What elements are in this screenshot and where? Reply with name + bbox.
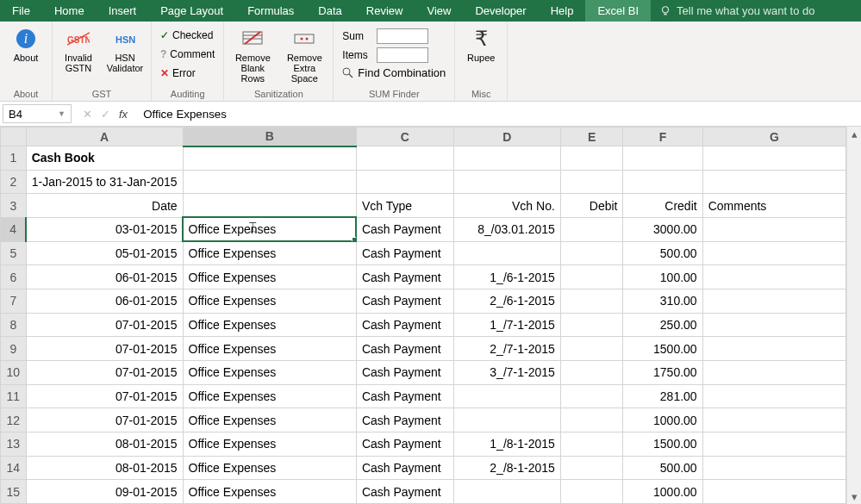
- cell[interactable]: [560, 337, 623, 361]
- about-button[interactable]: i About: [5, 25, 47, 65]
- row-header[interactable]: 12: [1, 408, 27, 432]
- cell[interactable]: Office Expenses: [183, 456, 356, 480]
- cell[interactable]: Cash Payment: [356, 456, 453, 480]
- cell[interactable]: [453, 241, 560, 265]
- cell[interactable]: Cash Payment: [356, 313, 453, 337]
- col-header-b[interactable]: B: [183, 128, 356, 146]
- formula-input[interactable]: [136, 104, 861, 123]
- row-header[interactable]: 7: [1, 289, 27, 313]
- tab-help[interactable]: Help: [539, 0, 586, 22]
- tab-insert[interactable]: Insert: [97, 0, 149, 22]
- cell[interactable]: [702, 480, 846, 504]
- cell[interactable]: 500.00: [623, 456, 702, 480]
- cell[interactable]: 1-Jan-2015 to 31-Jan-2015: [26, 170, 183, 194]
- cell[interactable]: 08-01-2015: [26, 456, 183, 480]
- cell[interactable]: [560, 241, 623, 265]
- cell[interactable]: [702, 289, 846, 313]
- cell[interactable]: [702, 241, 846, 265]
- scroll-down-icon[interactable]: ▾: [852, 489, 858, 504]
- cell[interactable]: Office Expenses: [183, 432, 356, 456]
- scroll-up-icon[interactable]: ▴: [852, 127, 858, 141]
- name-box[interactable]: B4 ▼: [3, 104, 72, 123]
- cell[interactable]: 3_/7-1-2015: [453, 360, 560, 384]
- tab-review[interactable]: Review: [354, 0, 415, 22]
- cell[interactable]: 2_/8-1-2015: [453, 456, 560, 480]
- tab-formulas[interactable]: Formulas: [235, 0, 306, 22]
- cell[interactable]: 310.00: [623, 289, 702, 313]
- row-header[interactable]: 6: [1, 265, 27, 289]
- row-header[interactable]: 10: [1, 360, 27, 384]
- cell[interactable]: Date: [26, 194, 183, 218]
- sum-input[interactable]: [377, 28, 428, 44]
- col-header-f[interactable]: F: [623, 128, 702, 146]
- cell[interactable]: Office Expenses: [183, 480, 356, 504]
- cell[interactable]: 500.00: [623, 241, 702, 265]
- cell[interactable]: [453, 384, 560, 408]
- cell[interactable]: [453, 408, 560, 432]
- error-button[interactable]: ✕Error: [160, 65, 215, 82]
- cell[interactable]: 06-01-2015: [26, 265, 183, 289]
- cell[interactable]: 2_/6-1-2015: [453, 289, 560, 313]
- cell[interactable]: Cash Book: [26, 146, 183, 171]
- cell[interactable]: [560, 360, 623, 384]
- cell[interactable]: [560, 480, 623, 504]
- cell[interactable]: 07-01-2015: [26, 337, 183, 361]
- cell[interactable]: Cash Payment: [356, 337, 453, 361]
- cell[interactable]: Office Expenses: [183, 337, 356, 361]
- cell[interactable]: 05-01-2015: [26, 241, 183, 265]
- cell[interactable]: 1000.00: [623, 408, 702, 432]
- cell[interactable]: Cash Payment: [356, 217, 453, 241]
- checked-button[interactable]: ✓Checked: [160, 27, 215, 44]
- cell[interactable]: [702, 146, 846, 171]
- cell[interactable]: [560, 313, 623, 337]
- cancel-formula-icon[interactable]: ✕: [83, 108, 92, 121]
- comment-button[interactable]: ?Comment: [160, 46, 215, 63]
- cell[interactable]: [183, 170, 356, 194]
- col-header-c[interactable]: C: [356, 128, 453, 146]
- cell[interactable]: Vch Type: [356, 194, 453, 218]
- cell[interactable]: [623, 146, 702, 171]
- cell[interactable]: 1000.00: [623, 480, 702, 504]
- invalid-gstn-button[interactable]: GSTN Invalid GSTN: [58, 25, 99, 75]
- cell[interactable]: 1500.00: [623, 432, 702, 456]
- fx-icon[interactable]: fx: [119, 108, 128, 121]
- col-header-d[interactable]: D: [453, 128, 560, 146]
- row-header[interactable]: 15: [1, 480, 27, 504]
- cell[interactable]: Office Expenses: [183, 408, 356, 432]
- cell[interactable]: [702, 337, 846, 361]
- row-header[interactable]: 1: [1, 146, 27, 171]
- row-header[interactable]: 5: [1, 241, 27, 265]
- tab-data[interactable]: Data: [306, 0, 353, 22]
- vertical-scrollbar[interactable]: ▴ ▾: [846, 127, 861, 504]
- enter-formula-icon[interactable]: ✓: [101, 108, 110, 121]
- cell[interactable]: 1500.00: [623, 337, 702, 361]
- rupee-button[interactable]: ₹ Rupee: [460, 25, 502, 65]
- find-combination-button[interactable]: Find Combination: [342, 66, 446, 79]
- cell[interactable]: Cash Payment: [356, 241, 453, 265]
- cell[interactable]: Cash Payment: [356, 480, 453, 504]
- tab-page-layout[interactable]: Page Layout: [148, 0, 235, 22]
- cell[interactable]: 07-01-2015: [26, 384, 183, 408]
- cell[interactable]: [702, 170, 846, 194]
- row-header[interactable]: 14: [1, 456, 27, 480]
- row-header[interactable]: 9: [1, 337, 27, 361]
- cell[interactable]: [560, 456, 623, 480]
- row-header[interactable]: 4: [1, 217, 27, 241]
- cell[interactable]: [560, 408, 623, 432]
- cell[interactable]: [702, 456, 846, 480]
- cell[interactable]: [453, 170, 560, 194]
- cell[interactable]: [702, 432, 846, 456]
- cell[interactable]: 07-01-2015: [26, 313, 183, 337]
- cell[interactable]: [560, 289, 623, 313]
- cell[interactable]: Office Expenses: [183, 265, 356, 289]
- tab-developer[interactable]: Developer: [463, 0, 538, 22]
- cell[interactable]: Office Expenses: [183, 384, 356, 408]
- cell[interactable]: [356, 170, 453, 194]
- cell[interactable]: 09-01-2015: [26, 480, 183, 504]
- cell[interactable]: [560, 432, 623, 456]
- remove-blank-rows-button[interactable]: Remove Blank Rows: [229, 25, 276, 85]
- cell[interactable]: 07-01-2015: [26, 360, 183, 384]
- cell[interactable]: Office Expenses: [183, 241, 356, 265]
- col-header-e[interactable]: E: [560, 128, 623, 146]
- cell[interactable]: 1_/6-1-2015: [453, 265, 560, 289]
